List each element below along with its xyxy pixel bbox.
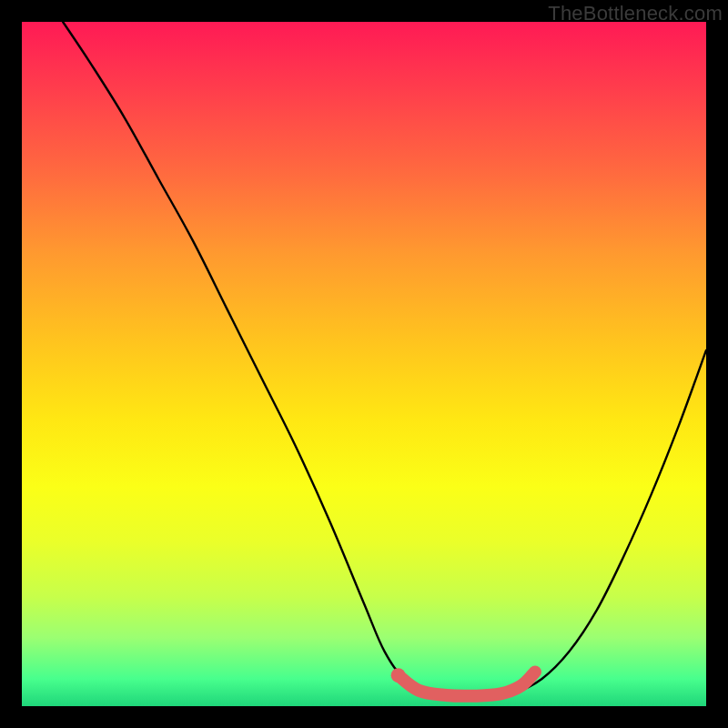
bottleneck-curve — [63, 22, 706, 696]
optimal-zone-highlight — [399, 672, 535, 695]
chart-svg — [22, 22, 706, 706]
optimal-zone-start-dot — [391, 668, 406, 682]
chart-plot-area — [22, 22, 706, 706]
watermark-text: TheBottleneck.com — [548, 2, 723, 25]
chart-frame: TheBottleneck.com — [0, 0, 728, 728]
